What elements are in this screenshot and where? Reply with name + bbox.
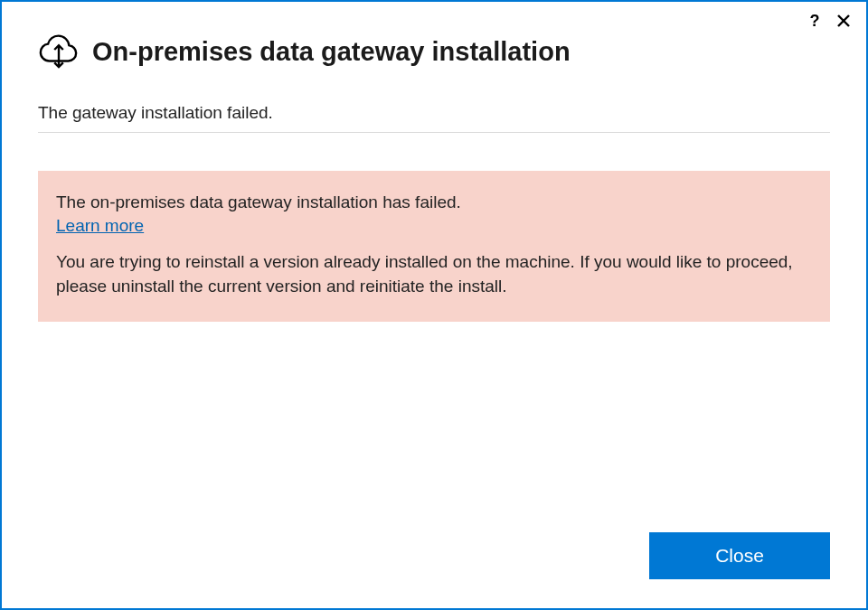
titlebar-controls: ? bbox=[805, 11, 854, 31]
cloud-sync-icon bbox=[38, 29, 80, 74]
header: On-premises data gateway installation bbox=[2, 2, 866, 83]
status-message: The gateway installation failed. bbox=[38, 103, 830, 133]
footer: Close bbox=[2, 532, 866, 608]
error-detail: You are trying to reinstall a version al… bbox=[56, 250, 812, 298]
installer-window: ? On-premises data gateway installation … bbox=[0, 0, 868, 610]
close-icon bbox=[836, 14, 851, 28]
close-button[interactable]: Close bbox=[649, 532, 830, 579]
page-title: On-premises data gateway installation bbox=[92, 37, 571, 67]
error-panel: The on-premises data gateway installatio… bbox=[38, 171, 830, 322]
window-close-button[interactable] bbox=[834, 11, 854, 31]
learn-more-link[interactable]: Learn more bbox=[56, 216, 144, 236]
help-button[interactable]: ? bbox=[805, 11, 825, 31]
error-message: The on-premises data gateway installatio… bbox=[56, 192, 812, 212]
